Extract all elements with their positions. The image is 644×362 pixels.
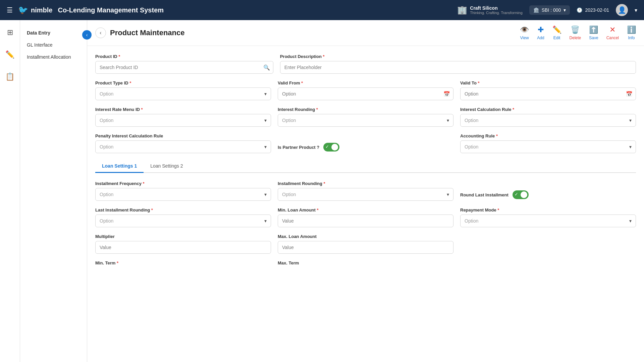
form-group-interest-rounding: Interest Rounding * Option ▾ [278, 107, 453, 127]
penalty-interest-label: Penalty Interest Calculation Rule [95, 133, 271, 138]
icon-bar: ⊞ ✏️ 📋 [0, 20, 20, 362]
installment-frequency-value: Option [100, 192, 113, 197]
list-icon[interactable]: 📋 [3, 70, 17, 84]
avatar-chevron-icon[interactable]: ▾ [635, 7, 637, 13]
delete-icon: 🗑️ [571, 25, 580, 34]
form-group-product-type-id: Product Type ID * Option ▾ [95, 80, 271, 100]
form-group-interest-calc-rule: Interest Calculation Rule * Option ▾ [460, 107, 636, 127]
is-partner-product-toggle[interactable]: ✓ [323, 143, 339, 152]
cancel-icon: ✕ [609, 25, 615, 34]
interest-rounding-select[interactable]: Option ▾ [278, 114, 453, 127]
interest-rate-menu-value: Option [100, 118, 113, 123]
valid-to-input-wrap: 📅 [460, 87, 636, 100]
calendar-icon-to[interactable]: 📅 [626, 91, 633, 97]
add-button[interactable]: ✚ Add [537, 25, 544, 40]
edit-button[interactable]: ✏️ Edit [552, 25, 561, 40]
product-id-input[interactable] [95, 61, 273, 74]
edit-label: Edit [553, 36, 560, 40]
product-id-input-wrap: 🔍 [95, 61, 273, 74]
product-description-input[interactable] [280, 61, 636, 74]
info-label: Info [628, 36, 635, 40]
user-avatar[interactable]: 👤 [616, 4, 628, 16]
round-last-installment-toggle[interactable]: ✓ [513, 190, 529, 199]
bank-icon: 🏛️ [533, 7, 539, 13]
info-button[interactable]: ℹ️ Info [627, 25, 636, 40]
calendar-icon[interactable]: 📅 [443, 91, 450, 97]
nav-right: 🏢 Craft Silicon Thinking. Crafting. Tran… [457, 4, 637, 16]
penalty-interest-value: Option [100, 144, 113, 149]
bank-chevron-icon: ▾ [564, 7, 566, 13]
penalty-interest-select[interactable]: Option ▾ [95, 140, 271, 153]
interest-rate-menu-select[interactable]: Option ▾ [95, 114, 271, 127]
form-content: Product ID * 🔍 Product Description * [87, 46, 644, 280]
form-group-installment-rounding: Installment Rounding * Option ▾ [278, 181, 453, 201]
accounting-rule-label: Accounting Rule * [460, 133, 636, 138]
installment-rounding-label: Installment Rounding * [278, 181, 453, 186]
org-subtitle: Thinking. Crafting. Transforming [470, 11, 523, 15]
min-term-label: Min. Term * [95, 260, 271, 265]
round-last-installment-label: Round Last Installment [460, 192, 508, 197]
installment-rounding-select[interactable]: Option ▾ [278, 188, 453, 201]
installment-frequency-label: Installment Frequency * [95, 181, 271, 186]
installment-rounding-value: Option [282, 192, 296, 197]
main-layout: ⊞ ✏️ 📋 ‹ Data Entry GL Interface Install… [0, 20, 644, 362]
min-loan-amount-input[interactable] [278, 215, 453, 227]
repayment-mode-select[interactable]: Option ▾ [460, 215, 636, 227]
loan-settings-tabs: Loan Settings 1 Loan Settings 2 [95, 160, 636, 173]
tasks-icon[interactable]: ✏️ [3, 48, 17, 62]
form-group-repayment-mode: Repayment Mode * Option ▾ [460, 207, 636, 227]
form-group-min-term: Min. Term * [95, 260, 271, 265]
view-button[interactable]: 👁️ View [520, 25, 529, 40]
cancel-button[interactable]: ✕ Cancel [606, 25, 619, 40]
max-loan-amount-input[interactable] [278, 241, 453, 254]
back-button[interactable]: ‹ [95, 27, 106, 38]
repayment-mode-value: Option [465, 218, 478, 224]
sidebar-toggle-button[interactable]: ‹ [82, 30, 92, 40]
tab-loan-settings-2[interactable]: Loan Settings 2 [144, 160, 190, 173]
valid-from-input[interactable] [278, 87, 453, 100]
edit-icon: ✏️ [552, 25, 561, 34]
form-group-interest-rate-menu: Interest Rate Menu ID * Option ▾ [95, 107, 271, 127]
chevron-down-icon: ▾ [264, 218, 267, 224]
nav-left: ☰ 🐦 nimble Co-Lending Management System [7, 5, 164, 15]
loan-settings-row-1: Installment Frequency * Option ▾ Install… [95, 181, 636, 201]
hamburger-button[interactable]: ☰ [7, 6, 13, 14]
delete-button[interactable]: 🗑️ Delete [570, 25, 581, 40]
sidebar-item-installment-allocation[interactable]: Installment Allocation [20, 51, 87, 63]
interest-calc-rule-value: Option [465, 118, 478, 123]
tab-loan-settings-1[interactable]: Loan Settings 1 [95, 160, 144, 173]
accounting-rule-select[interactable]: Option ▾ [460, 140, 636, 153]
bank-selector[interactable]: 🏛️ SBI : 000 ▾ [529, 5, 570, 15]
toggle-check-icon: ✓ [515, 192, 518, 197]
brand-logo: 🐦 nimble Co-Lending Management System [18, 5, 164, 15]
search-icon[interactable]: 🔍 [263, 64, 270, 71]
form-group-min-loan-amount: Min. Loan Amount * [278, 207, 453, 227]
interest-calculation-rule-select[interactable]: Option ▾ [460, 114, 636, 127]
product-description-label: Product Description * [280, 54, 636, 59]
add-label: Add [537, 36, 544, 40]
page-title: Product Maintenance [110, 28, 184, 37]
valid-from-label: Valid From * [278, 80, 453, 85]
view-label: View [520, 36, 529, 40]
installment-frequency-select[interactable]: Option ▾ [95, 188, 271, 201]
sidebar-item-gl-interface[interactable]: GL Interface [20, 39, 87, 51]
product-type-id-select[interactable]: Option ▾ [95, 87, 271, 100]
multiplier-input[interactable] [95, 241, 271, 254]
last-installment-rounding-label: Last Installment Rounding * [95, 207, 271, 213]
clock-icon: 🕐 [577, 7, 582, 13]
loan-settings-row-2: Last Installment Rounding * Option ▾ Min… [95, 207, 636, 227]
valid-to-label: Valid To * [460, 80, 636, 85]
save-button[interactable]: ⬆️ Save [589, 25, 598, 40]
last-installment-rounding-select[interactable]: Option ▾ [95, 215, 271, 227]
form-group-installment-frequency: Installment Frequency * Option ▾ [95, 181, 271, 201]
loan-settings-row-3: Multiplier Max. Loan Amount [95, 234, 636, 254]
apps-icon[interactable]: ⊞ [4, 25, 16, 40]
product-type-id-value: Option [100, 91, 113, 97]
chevron-down-icon: ▾ [629, 218, 632, 224]
org-info: 🏢 Craft Silicon Thinking. Crafting. Tran… [457, 5, 523, 15]
accounting-rule-value: Option [465, 144, 478, 149]
multiplier-label: Multiplier [95, 234, 271, 239]
form-group-product-id: Product ID * 🔍 [95, 54, 273, 74]
chevron-down-icon: ▾ [629, 118, 632, 123]
valid-to-input[interactable] [460, 87, 636, 100]
